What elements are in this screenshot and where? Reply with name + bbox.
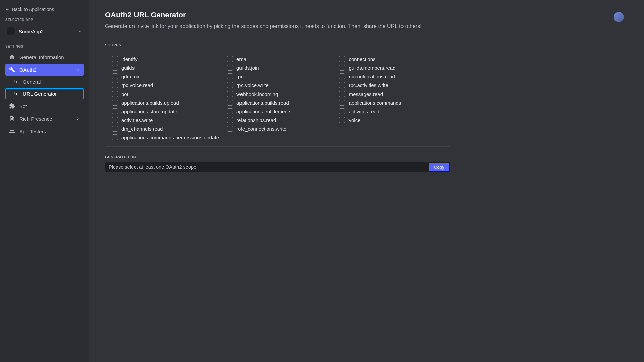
back-link-label: Back to Applications — [12, 7, 54, 12]
checkbox[interactable] — [339, 56, 345, 62]
scope-item[interactable]: bot — [112, 89, 219, 98]
scope-item[interactable]: dm_channels.read — [112, 124, 219, 133]
nav-sub-label: URL Generator — [23, 91, 57, 97]
scope-item[interactable]: applications.builds.upload — [112, 98, 219, 107]
scope-item[interactable]: voice — [339, 116, 443, 124]
scope-label: guilds.members.read — [348, 65, 395, 71]
scope-item[interactable]: applications.commands.permissions.update — [112, 133, 219, 142]
checkbox[interactable] — [227, 91, 233, 97]
scope-item[interactable]: guilds.members.read — [339, 63, 443, 72]
checkbox[interactable] — [339, 108, 345, 114]
scope-label: rpc.voice.read — [121, 82, 153, 88]
checkbox[interactable] — [339, 100, 345, 106]
nav-item-label: App Testers — [19, 129, 46, 134]
scope-item[interactable]: guilds.join — [227, 63, 331, 72]
scope-item[interactable]: rpc.voice.write — [227, 81, 331, 89]
generated-url-text: Please select at least one OAuth2 scope — [109, 164, 429, 170]
scope-item[interactable]: rpc.voice.read — [112, 81, 219, 89]
scope-item[interactable]: applications.builds.read — [227, 98, 331, 107]
checkbox[interactable] — [339, 73, 345, 79]
scope-label: messages.read — [348, 91, 383, 97]
user-avatar[interactable] — [614, 12, 624, 22]
scope-item[interactable]: webhook.incoming — [227, 89, 331, 98]
nav-oauth2-general[interactable]: General — [5, 76, 84, 87]
scope-label: applications.builds.upload — [121, 100, 179, 106]
app-selector[interactable]: SomeApp2 — [5, 24, 84, 38]
checkbox[interactable] — [339, 91, 345, 97]
people-icon — [9, 128, 15, 135]
scope-item[interactable]: rpc — [227, 72, 331, 81]
scope-item[interactable]: applications.entitlements — [227, 107, 331, 116]
scope-label: activities.write — [121, 117, 153, 123]
checkbox[interactable] — [227, 108, 233, 114]
checkbox[interactable] — [227, 73, 233, 79]
checkbox[interactable] — [227, 56, 233, 62]
checkbox[interactable] — [227, 65, 233, 71]
scope-label: guilds.join — [236, 65, 259, 71]
nav-general-information[interactable]: General Information — [5, 51, 84, 63]
scope-item[interactable]: rpc.activities.write — [339, 81, 443, 89]
checkbox[interactable] — [227, 100, 233, 106]
scope-label: rpc.notifications.read — [348, 74, 395, 79]
scope-item[interactable]: email — [227, 55, 331, 63]
checkbox[interactable] — [339, 82, 345, 88]
checkbox[interactable] — [227, 126, 233, 132]
scope-item[interactable]: activities.write — [112, 116, 219, 124]
sidebar: Back to Applications Selected App SomeAp… — [0, 0, 89, 362]
checkbox[interactable] — [112, 82, 118, 88]
scope-item[interactable]: applications.commands — [339, 98, 443, 107]
selected-app-header: Selected App — [5, 18, 84, 22]
checkbox[interactable] — [112, 73, 118, 79]
scope-item[interactable]: identify — [112, 55, 219, 63]
nav-rich-presence[interactable]: Rich Presence — [5, 113, 84, 125]
scope-label: email — [236, 56, 249, 62]
scope-item[interactable]: activities.read — [339, 107, 443, 116]
checkbox[interactable] — [339, 117, 345, 123]
page-title: OAuth2 URL Generator — [105, 11, 628, 19]
scope-label: dm_channels.read — [121, 126, 163, 132]
scope-label: voice — [348, 117, 360, 123]
scope-item[interactable]: messages.read — [339, 89, 443, 98]
main-content: OAuth2 URL Generator Generate an invite … — [89, 0, 644, 362]
scope-label: applications.entitlements — [236, 109, 291, 114]
nav-oauth2-url-generator[interactable]: URL Generator — [5, 88, 84, 99]
checkbox[interactable] — [112, 126, 118, 132]
arrow-left-icon — [5, 7, 9, 11]
nav-app-testers[interactable]: App Testers — [5, 125, 84, 137]
scope-item[interactable]: rpc.notifications.read — [339, 72, 443, 81]
scope-label: identify — [121, 56, 138, 62]
scope-item[interactable]: gdm.join — [112, 72, 219, 81]
checkbox[interactable] — [112, 65, 118, 71]
nav-bot[interactable]: Bot — [5, 100, 84, 112]
checkbox[interactable] — [112, 117, 118, 123]
scope-item[interactable]: applications.store.update — [112, 107, 219, 116]
checkbox[interactable] — [339, 65, 345, 71]
settings-header: Settings — [5, 45, 84, 48]
sub-arrow-icon — [13, 91, 19, 97]
checkbox[interactable] — [112, 108, 118, 114]
scope-item[interactable]: connections — [339, 55, 443, 63]
checkbox[interactable] — [227, 117, 233, 123]
checkbox[interactable] — [112, 100, 118, 106]
generated-url-header: Generated URL — [105, 155, 628, 159]
checkbox[interactable] — [227, 82, 233, 88]
scope-label: applications.builds.read — [236, 100, 289, 106]
sub-arrow-icon — [13, 79, 19, 85]
scope-label: connections — [348, 56, 375, 62]
checkbox[interactable] — [112, 134, 118, 140]
chevron-right-icon — [75, 116, 80, 121]
nav-item-label: General Information — [19, 54, 64, 60]
checkbox[interactable] — [112, 56, 118, 62]
scope-label: gdm.join — [121, 74, 141, 79]
nav-oauth2[interactable]: OAuth2 — [5, 64, 84, 76]
back-to-applications-link[interactable]: Back to Applications — [5, 7, 84, 12]
checkbox[interactable] — [112, 91, 118, 97]
document-icon — [9, 115, 15, 122]
chevron-down-icon — [77, 29, 82, 34]
scope-item[interactable]: relationships.read — [227, 116, 331, 124]
page-description: Generate an invite link for your applica… — [105, 23, 628, 29]
scope-item[interactable]: role_connections.write — [227, 124, 331, 133]
scope-label: guilds — [121, 65, 135, 71]
copy-button[interactable]: Copy — [429, 163, 449, 171]
scope-item[interactable]: guilds — [112, 63, 219, 72]
